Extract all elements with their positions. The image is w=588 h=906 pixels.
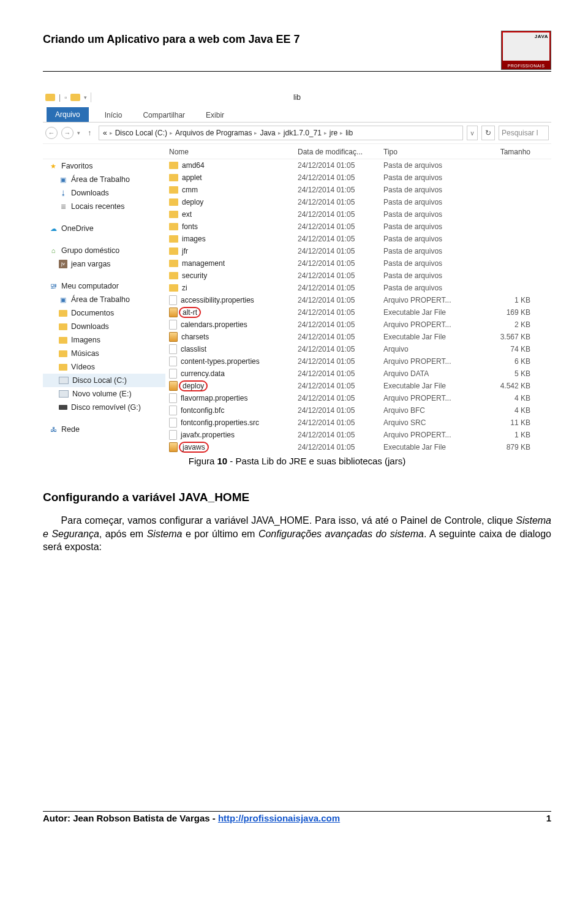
sidebar-item-videos[interactable]: Vídeos	[43, 360, 165, 374]
sidebar-network[interactable]: 🖧Rede	[43, 423, 165, 436]
file-date: 24/12/2014 01:05	[298, 406, 383, 415]
file-row[interactable]: currency.data24/12/2014 01:05Arquivo DAT…	[165, 368, 551, 380]
breadcrumb-seg[interactable]: jre	[330, 129, 337, 137]
file-row[interactable]: content-types.properties24/12/2014 01:05…	[165, 355, 551, 368]
sidebar-item-downloads[interactable]: ⭳Downloads	[43, 186, 165, 200]
folder-icon	[169, 198, 178, 206]
file-row[interactable]: security24/12/2014 01:05Pasta de arquivo…	[165, 270, 551, 282]
separator	[91, 92, 91, 102]
file-row[interactable]: applet24/12/2014 01:05Pasta de arquivos	[165, 172, 551, 184]
sidebar-item-label: Downloads	[71, 320, 109, 333]
file-row[interactable]: calendars.properties24/12/2014 01:05Arqu…	[165, 319, 551, 331]
breadcrumb-seg[interactable]: Disco Local (C:)	[115, 129, 167, 137]
file-row[interactable]: amd6424/12/2014 01:05Pasta de arquivos	[165, 159, 551, 172]
sidebar-item-removable-g[interactable]: Disco removível (G:)	[43, 401, 165, 414]
jar-icon	[169, 442, 178, 452]
sidebar-item-disk-c[interactable]: Disco Local (C:)	[43, 374, 165, 387]
file-row[interactable]: fontconfig.bfc24/12/2014 01:05Arquivo BF…	[165, 404, 551, 417]
file-row[interactable]: charsets24/12/2014 01:05Executable Jar F…	[165, 331, 551, 343]
sidebar-item-desktop[interactable]: ▣Área de Trabalho	[43, 293, 165, 306]
breadcrumb-seg[interactable]: Java	[260, 129, 275, 137]
file-icon	[169, 320, 177, 330]
jar-icon	[169, 381, 178, 391]
col-name[interactable]: Nome	[165, 148, 298, 156]
file-name: fonts	[182, 222, 198, 231]
sidebar-item-disk-e[interactable]: Novo volume (E:)	[43, 387, 165, 401]
sidebar-favorites[interactable]: ★Favoritos	[43, 159, 165, 173]
file-row[interactable]: zi24/12/2014 01:05Pasta de arquivos	[165, 282, 551, 294]
sidebar-item-label: Locais recentes	[71, 200, 125, 213]
history-dd-icon[interactable]: ▾	[77, 130, 80, 136]
file-row[interactable]: fontconfig.properties.src24/12/2014 01:0…	[165, 417, 551, 429]
sidebar-item-downloads[interactable]: Downloads	[43, 320, 165, 333]
sidebar-item-label: Área de Trabalho	[71, 173, 130, 186]
file-row[interactable]: jfr24/12/2014 01:05Pasta de arquivos	[165, 245, 551, 257]
back-button[interactable]: ←	[45, 127, 58, 139]
file-date: 24/12/2014 01:05	[298, 333, 383, 341]
sidebar-item-desktop[interactable]: ▣Área de Trabalho	[43, 173, 165, 186]
qat-sep-icon: |	[59, 93, 61, 102]
file-row[interactable]: cmm24/12/2014 01:05Pasta de arquivos	[165, 184, 551, 196]
sidebar-homegroup[interactable]: ⌂Grupo doméstico	[43, 244, 165, 257]
col-type[interactable]: Tipo	[383, 148, 481, 156]
sidebar-net-label: Rede	[61, 423, 80, 436]
sidebar-item-music[interactable]: Músicas	[43, 347, 165, 360]
file-row[interactable]: images24/12/2014 01:05Pasta de arquivos	[165, 233, 551, 245]
file-size: 6 KB	[481, 357, 537, 366]
breadcrumb-seg[interactable]: lib	[345, 129, 353, 137]
file-name: currency.data	[181, 369, 225, 378]
sidebar-item-user[interactable]: jvjean vargas	[43, 257, 165, 271]
file-row[interactable]: management24/12/2014 01:05Pasta de arqui…	[165, 257, 551, 270]
col-size[interactable]: Tamanho	[481, 148, 537, 156]
breadcrumb-seg[interactable]: Arquivos de Programas	[175, 129, 252, 137]
sidebar-item-label: Documentos	[71, 306, 114, 320]
sidebar-item-recent[interactable]: ≣Locais recentes	[43, 200, 165, 213]
file-row[interactable]: deploy24/12/2014 01:05Pasta de arquivos	[165, 196, 551, 208]
file-type: Arquivo PROPERT...	[383, 357, 481, 366]
file-name: deploy	[179, 380, 208, 391]
file-name: ext	[182, 210, 192, 219]
figure-caption: Figura 10 - Pasta Lib do JRE e suas bibl…	[43, 453, 551, 491]
chevron-right-icon: ▸	[324, 130, 327, 136]
refresh-button[interactable]: ↻	[481, 126, 495, 140]
tab-share[interactable]: Compartilhar	[138, 108, 190, 122]
sidebar-item-label: Imagens	[71, 333, 100, 347]
sidebar-onedrive[interactable]: ☁OneDrive	[43, 222, 165, 235]
breadcrumb-seg[interactable]: «	[103, 129, 107, 137]
footer-link[interactable]: http://profissionaisjava.com	[218, 813, 340, 823]
drive-icon	[59, 377, 69, 384]
file-row[interactable]: fonts24/12/2014 01:05Pasta de arquivos	[165, 221, 551, 233]
sidebar-sky-label: OneDrive	[61, 222, 94, 235]
file-date: 24/12/2014 01:05	[298, 247, 383, 255]
file-row[interactable]: alt-rt24/12/2014 01:05Executable Jar Fil…	[165, 306, 551, 319]
file-name: amd64	[182, 161, 205, 170]
file-row[interactable]: javafx.properties24/12/2014 01:05Arquivo…	[165, 429, 551, 441]
col-date[interactable]: Data de modificaç...	[298, 148, 383, 156]
chevron-right-icon: ▸	[278, 130, 281, 136]
tab-home[interactable]: Início	[100, 108, 127, 122]
file-row[interactable]: ext24/12/2014 01:05Pasta de arquivos	[165, 208, 551, 221]
chevron-right-icon: ▸	[254, 130, 257, 136]
forward-button[interactable]: →	[61, 127, 74, 139]
address-bar[interactable]: «▸Disco Local (C:)▸Arquivos de Programas…	[99, 126, 463, 140]
search-input[interactable]: Pesquisar l	[499, 126, 549, 140]
addr-dd[interactable]: v	[467, 126, 478, 140]
file-row[interactable]: accessibility.properties24/12/2014 01:05…	[165, 294, 551, 306]
sidebar-item-label: Novo volume (E:)	[72, 387, 132, 401]
tab-file[interactable]: Arquivo	[47, 107, 89, 122]
file-row[interactable]: javaws24/12/2014 01:05Executable Jar Fil…	[165, 441, 551, 453]
file-size: 1 KB	[481, 431, 537, 439]
sidebar-pc[interactable]: 🖳Meu computador	[43, 279, 165, 293]
up-button[interactable]: ↑	[84, 127, 95, 138]
file-icon	[169, 295, 177, 305]
breadcrumb-seg[interactable]: jdk1.7.0_71	[284, 129, 322, 137]
file-type: Pasta de arquivos	[383, 186, 481, 194]
sidebar-item-documents[interactable]: Documentos	[43, 306, 165, 320]
file-type: Arquivo PROPERT...	[383, 394, 481, 402]
file-row[interactable]: classlist24/12/2014 01:05Arquivo74 KB	[165, 343, 551, 355]
file-size: 169 KB	[481, 308, 537, 317]
file-row[interactable]: flavormap.properties24/12/2014 01:05Arqu…	[165, 392, 551, 404]
sidebar-item-images[interactable]: Imagens	[43, 333, 165, 347]
file-row[interactable]: deploy24/12/2014 01:05Executable Jar Fil…	[165, 380, 551, 392]
tab-view[interactable]: Exibir	[201, 108, 229, 122]
